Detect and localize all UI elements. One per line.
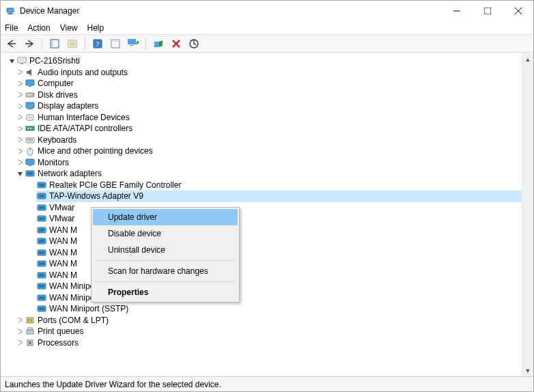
processor-icon bbox=[25, 337, 36, 348]
tree-category[interactable]: Keyboards bbox=[16, 135, 521, 146]
scroll-up-icon[interactable]: ▲ bbox=[522, 53, 533, 65]
chevron-right-icon[interactable] bbox=[16, 113, 24, 122]
help-button[interactable]: ? bbox=[89, 36, 106, 51]
tree-category[interactable]: Disk drives bbox=[16, 89, 521, 101]
svg-rect-19 bbox=[111, 40, 120, 42]
ctx-scan-hardware[interactable]: Scan for hardware changes bbox=[93, 263, 238, 279]
svg-rect-59 bbox=[39, 229, 44, 232]
uninstall-device-button[interactable] bbox=[168, 36, 184, 51]
chevron-right-icon[interactable] bbox=[16, 91, 24, 99]
tree-category[interactable]: Processors bbox=[16, 337, 521, 349]
tree-category[interactable]: Print queues bbox=[16, 326, 521, 337]
svg-rect-28 bbox=[20, 64, 23, 64]
tree-label: VMwar bbox=[49, 213, 74, 225]
svg-rect-49 bbox=[27, 172, 33, 175]
svg-rect-10 bbox=[51, 40, 53, 48]
chevron-right-icon[interactable] bbox=[16, 339, 24, 347]
tree-label: Mice and other pointing devices bbox=[38, 145, 153, 157]
ports-icon bbox=[25, 315, 36, 326]
menu-help[interactable]: Help bbox=[87, 23, 104, 33]
action-center-button[interactable] bbox=[107, 36, 124, 51]
chevron-right-icon[interactable] bbox=[16, 68, 24, 76]
network-adapter-icon bbox=[36, 180, 47, 191]
tree-category[interactable]: Monitors bbox=[16, 157, 521, 169]
chevron-right-icon[interactable] bbox=[16, 327, 24, 335]
tree-label: Audio inputs and outputs bbox=[38, 67, 128, 79]
scan-hardware-button[interactable] bbox=[186, 36, 202, 51]
context-menu: Update driver Disable device Uninstall d… bbox=[91, 207, 240, 303]
tree-device[interactable]: Realtek PCIe GBE Family Controller bbox=[36, 180, 521, 191]
tree-label: WAN M bbox=[49, 258, 77, 270]
network-adapter-icon bbox=[36, 191, 47, 201]
status-bar: Launches the Update Driver Wizard for th… bbox=[1, 376, 533, 391]
forward-button[interactable] bbox=[21, 36, 38, 51]
mouse-icon bbox=[25, 145, 36, 156]
ctx-disable-device[interactable]: Disable device bbox=[93, 225, 238, 242]
chevron-down-icon[interactable] bbox=[16, 169, 24, 178]
tree-category[interactable]: Ports (COM & LPT) bbox=[16, 315, 521, 326]
enable-device-button[interactable] bbox=[150, 36, 167, 51]
chevron-right-icon[interactable] bbox=[16, 136, 24, 144]
chevron-right-icon[interactable] bbox=[16, 124, 24, 132]
menu-file[interactable]: File bbox=[5, 23, 18, 33]
menu-view[interactable]: View bbox=[60, 23, 78, 33]
menu-action[interactable]: Action bbox=[27, 23, 50, 33]
chevron-right-icon[interactable] bbox=[16, 102, 24, 110]
show-hide-console-tree-button[interactable] bbox=[46, 36, 63, 51]
svg-rect-2 bbox=[8, 14, 13, 14]
device-tree[interactable]: PC-216Srishti Audio inputs and outputs C… bbox=[1, 53, 521, 376]
svg-rect-1 bbox=[9, 13, 12, 14]
network-adapter-icon bbox=[36, 225, 47, 236]
tree-category[interactable]: Display adapters bbox=[16, 100, 521, 112]
tree-label: Display adapters bbox=[38, 100, 98, 112]
tree-category[interactable]: Human Interface Devices bbox=[16, 112, 521, 124]
svg-rect-39 bbox=[27, 128, 29, 129]
close-button[interactable] bbox=[503, 1, 533, 21]
tree-category[interactable]: IDE ATA/ATAPI controllers bbox=[16, 123, 521, 135]
svg-rect-63 bbox=[39, 251, 44, 254]
tree-category[interactable]: Mice and other pointing devices bbox=[16, 145, 521, 157]
svg-rect-4 bbox=[484, 8, 491, 14]
status-text: Launches the Update Driver Wizard for th… bbox=[5, 380, 221, 389]
ctx-update-driver[interactable]: Update driver bbox=[93, 209, 238, 225]
tree-label: PC-216Srishti bbox=[29, 55, 80, 67]
svg-rect-31 bbox=[29, 86, 31, 87]
tree-category[interactable]: Audio inputs and outputs bbox=[16, 67, 521, 79]
scroll-down-icon[interactable]: ▼ bbox=[522, 365, 533, 376]
svg-rect-51 bbox=[39, 184, 44, 186]
back-button[interactable] bbox=[3, 36, 20, 51]
svg-rect-47 bbox=[29, 165, 31, 166]
svg-rect-22 bbox=[154, 42, 159, 47]
svg-rect-20 bbox=[128, 39, 136, 44]
chevron-down-icon[interactable] bbox=[8, 57, 16, 65]
tree-label: Print queues bbox=[38, 326, 83, 337]
network-adapter-icon bbox=[36, 281, 47, 292]
properties-button[interactable] bbox=[64, 36, 81, 51]
vertical-scrollbar[interactable]: ▲ ▼ bbox=[522, 53, 533, 376]
update-driver-button[interactable] bbox=[125, 36, 141, 51]
chevron-right-icon[interactable] bbox=[16, 147, 24, 155]
ctx-uninstall-device[interactable]: Uninstall device bbox=[93, 242, 238, 258]
menu-bar: File Action View Help bbox=[1, 21, 533, 35]
tree-device-selected[interactable]: TAP-Windows Adapter V9 bbox=[36, 191, 521, 202]
svg-rect-0 bbox=[7, 8, 14, 12]
minimize-button[interactable] bbox=[441, 1, 472, 21]
chevron-right-icon[interactable] bbox=[16, 158, 24, 167]
tree-device[interactable]: WAN Miniport (SSTP) bbox=[36, 303, 521, 315]
svg-rect-74 bbox=[27, 318, 33, 323]
title-bar: Device Manager bbox=[1, 1, 533, 21]
tree-label: TAP-Windows Adapter V9 bbox=[49, 191, 143, 202]
network-adapter-icon bbox=[25, 168, 36, 179]
tree-category-network-adapters[interactable]: Network adapters bbox=[16, 168, 521, 180]
svg-rect-78 bbox=[28, 328, 32, 330]
network-adapter-icon bbox=[36, 270, 47, 281]
maximize-button[interactable] bbox=[472, 1, 503, 21]
chevron-right-icon[interactable] bbox=[16, 316, 24, 324]
chevron-right-icon[interactable] bbox=[16, 79, 24, 87]
monitor-icon bbox=[25, 157, 36, 168]
network-adapter-icon bbox=[36, 213, 47, 224]
tree-category[interactable]: Computer bbox=[16, 78, 521, 89]
ctx-properties[interactable]: Properties bbox=[93, 284, 238, 300]
svg-rect-80 bbox=[29, 341, 31, 344]
tree-root[interactable]: PC-216Srishti bbox=[8, 55, 521, 67]
